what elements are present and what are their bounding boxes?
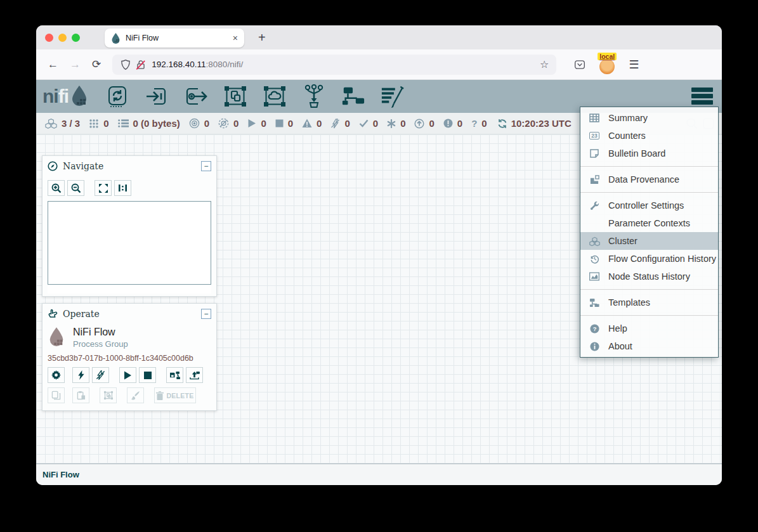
zoom-in-button[interactable] [48,180,65,196]
color-button[interactable] [127,387,144,403]
menu-label: Data Provenance [608,174,679,185]
menu-item-controller-settings[interactable]: Controller Settings [580,197,718,214]
close-window-button[interactable] [45,34,53,42]
forward-icon[interactable]: → [70,58,81,71]
stale-count: 0 [429,118,434,129]
funnel-tool-icon[interactable] [302,84,326,108]
menu-item-cluster[interactable]: Cluster [580,232,718,250]
reload-icon[interactable]: ⟳ [92,58,101,71]
nifi-drop-icon [70,85,89,108]
operate-panel: Operate − NiFi Flow Process Group 35cbd3… [42,303,217,411]
sync-failure-icon: ? [471,118,477,129]
menu-item-help[interactable]: ? Help [580,320,718,337]
account-avatar[interactable]: local [599,56,616,73]
active-threads: 0 [89,118,108,129]
lightning-icon [77,370,85,380]
zoom-out-button[interactable] [67,180,84,196]
input-port-tool-icon[interactable] [145,84,169,108]
minimize-window-button[interactable] [58,34,67,42]
up-to-date-icon [359,119,369,127]
cluster-count: 3 / 3 [62,118,80,129]
sync-failure-versioned: ? 0 [471,118,487,129]
menu-divider [580,166,718,167]
upload-template-button[interactable] [186,367,203,383]
menu-item-parameter-contexts[interactable]: Parameter Contexts [580,214,718,232]
url-bar[interactable]: 192.168.40.11:8080/nifi/ ☆ [112,55,556,75]
locally-modified-count: 0 [400,118,405,129]
stale-versioned: 0 [414,118,434,129]
menu-label: Bulletin Board [608,148,665,159]
menu-item-flow-configuration-history[interactable]: Flow Configuration History [580,250,718,268]
menu-divider [580,315,718,316]
pocket-icon[interactable] [574,59,585,70]
create-template-button[interactable] [166,367,183,383]
collapse-operate-button[interactable]: − [201,309,211,319]
template-tool-icon[interactable] [341,84,365,108]
group-button[interactable] [100,387,117,403]
close-tab-icon[interactable]: × [233,34,238,42]
refresh-status[interactable]: 10:20:23 UTC [497,118,572,129]
browser-menu-icon[interactable]: ☰ [629,58,639,72]
window-controls[interactable] [45,34,80,42]
output-port-tool-icon[interactable] [184,84,208,108]
active-threads-count: 0 [103,118,108,129]
zoom-fit-button[interactable] [95,180,112,196]
templates-icon [588,298,601,308]
disabled-components: 0 [330,118,350,129]
menu-item-templates[interactable]: Templates [580,294,718,311]
avatar [599,59,615,74]
label-tool-icon[interactable] [381,84,405,108]
svg-text:?: ? [592,325,596,332]
copy-button[interactable] [48,387,65,403]
locally-modified-icon [387,119,396,128]
menu-item-bulletin-board[interactable]: Bulletin Board [580,145,718,162]
menu-item-summary[interactable]: Summary [580,109,718,127]
menu-item-node-status-history[interactable]: Node Status History [580,268,718,285]
processor-tool-icon[interactable] [105,84,129,108]
menu-label: Controller Settings [608,200,684,211]
counters-icon: 23 [588,132,601,140]
zoom-window-button[interactable] [72,34,80,42]
insecure-lock-icon[interactable] [135,59,147,70]
start-button[interactable] [119,367,136,383]
locally-modified-and-stale: 0 [443,118,462,129]
disable-button[interactable] [92,367,109,383]
back-icon[interactable]: ← [48,58,58,71]
save-template-icon [169,371,180,380]
menu-item-data-provenance[interactable]: Data Provenance [580,171,718,188]
transmitting-remote-groups: 0 [189,118,209,129]
actual-size-icon [118,183,127,193]
history-icon [588,254,601,264]
enable-button[interactable] [72,367,89,383]
shield-icon[interactable] [120,59,131,70]
browser-tab[interactable]: NiFi Flow × [105,29,244,48]
zoom-in-icon [51,183,62,193]
browser-navbar: ← → ⟳ 192.168.40.11:8080/nifi/ ☆ local ☰ [36,49,722,80]
global-menu-button[interactable] [691,88,713,105]
stopped-icon [275,119,284,127]
menu-item-about[interactable]: About [580,337,718,355]
new-tab-button[interactable]: + [253,28,271,48]
birdseye-minimap[interactable] [48,201,211,285]
remote-process-group-tool-icon[interactable] [263,84,287,108]
disabled-count: 0 [344,118,350,129]
stale-icon [414,119,424,129]
menu-item-counters[interactable]: 23 Counters [580,127,718,145]
cluster-status: 3 / 3 [45,118,80,129]
delete-label: DELETE [166,392,193,399]
configure-button[interactable] [48,367,65,383]
breadcrumb-root[interactable]: NiFi Flow [42,470,79,479]
stopped-components: 0 [275,118,293,129]
fit-icon [98,183,108,193]
refresh-icon[interactable] [497,119,507,129]
paste-button[interactable] [72,387,89,403]
tab-title: NiFi Flow [126,34,233,42]
process-group-drop-icon [48,327,65,348]
collapse-navigate-button[interactable]: − [201,161,211,171]
bookmark-star-icon[interactable]: ☆ [540,58,549,70]
zoom-actual-button[interactable] [114,180,131,196]
process-group-tool-icon[interactable] [223,84,247,108]
sync-failure-count: 0 [481,118,487,129]
delete-button[interactable]: DELETE [154,387,196,403]
stop-button[interactable] [139,367,156,383]
